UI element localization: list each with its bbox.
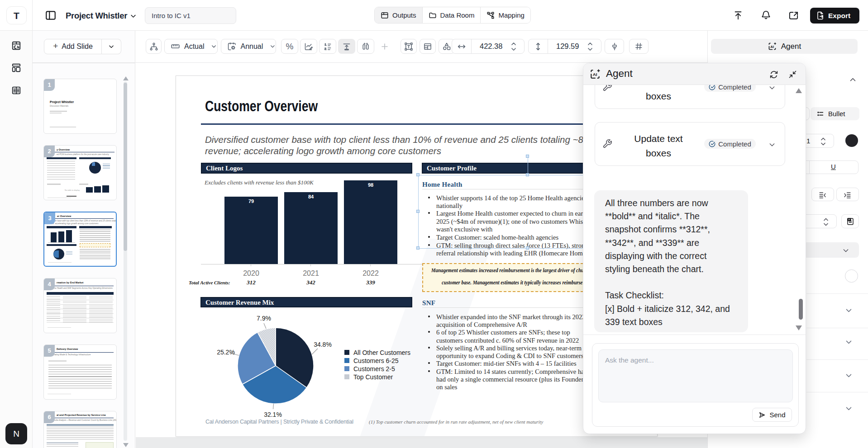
svg-text:AI: AI [770, 45, 774, 49]
svg-text:AI: AI [593, 72, 597, 77]
